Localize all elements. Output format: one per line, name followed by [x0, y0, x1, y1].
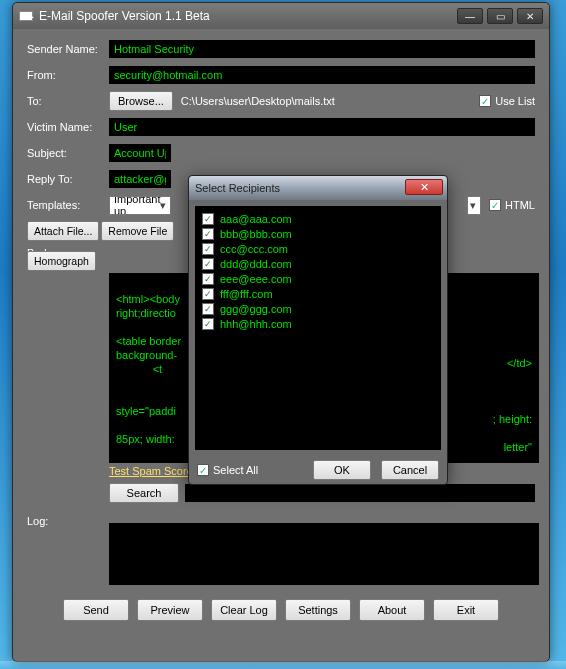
- list-item[interactable]: ✓bbb@bbb.com: [202, 226, 434, 241]
- secondary-dropdown[interactable]: [467, 196, 481, 215]
- from-input[interactable]: [109, 66, 535, 84]
- checkmark-icon: ✓: [202, 228, 214, 240]
- search-button[interactable]: Search: [109, 483, 179, 503]
- select-all-label: Select All: [213, 464, 258, 476]
- bottom-toolbar: Send Preview Clear Log Settings About Ex…: [27, 599, 535, 621]
- list-item[interactable]: ✓ddd@ddd.com: [202, 256, 434, 271]
- preview-button[interactable]: Preview: [137, 599, 203, 621]
- list-item[interactable]: ✓ggg@ggg.com: [202, 301, 434, 316]
- checkmark-icon: ✓: [202, 243, 214, 255]
- homograph-button[interactable]: Homograph: [27, 251, 96, 271]
- checkmark-icon: ✓: [202, 288, 214, 300]
- window-title: E-Mail Spoofer Version 1.1 Beta: [39, 9, 457, 23]
- label-templates: Templates:: [27, 199, 109, 211]
- window-controls: — ▭ ✕: [457, 8, 543, 24]
- select-recipients-dialog: Select Recipients ✕ ✓aaa@aaa.com ✓bbb@bb…: [188, 175, 448, 485]
- label-reply-to: Reply To:: [27, 173, 109, 185]
- exit-button[interactable]: Exit: [433, 599, 499, 621]
- list-item[interactable]: ✓ccc@ccc.com: [202, 241, 434, 256]
- checkmark-icon: ✓: [202, 303, 214, 315]
- close-button[interactable]: ✕: [517, 8, 543, 24]
- attach-file-button[interactable]: Attach File...: [27, 221, 99, 241]
- label-from: From:: [27, 69, 109, 81]
- dialog-footer: ✓ Select All OK Cancel: [189, 456, 447, 484]
- checkmark-icon: ✓: [202, 273, 214, 285]
- label-sender-name: Sender Name:: [27, 43, 109, 55]
- label-to: To:: [27, 95, 109, 107]
- html-label: HTML: [505, 199, 535, 211]
- use-list-checkbox[interactable]: ✓ Use List: [479, 95, 535, 107]
- checkmark-icon: ✓: [202, 213, 214, 225]
- templates-dropdown[interactable]: Important up: [109, 196, 171, 215]
- reply-to-input[interactable]: [109, 170, 171, 188]
- victim-name-input[interactable]: [109, 118, 535, 136]
- list-item[interactable]: ✓eee@eee.com: [202, 271, 434, 286]
- envelope-icon: [19, 11, 33, 21]
- templates-selected: Important up: [114, 196, 166, 215]
- to-path: C:\Users\user\Desktop\mails.txt: [181, 95, 335, 107]
- search-input[interactable]: [185, 484, 535, 502]
- label-subject: Subject:: [27, 147, 109, 159]
- cancel-button[interactable]: Cancel: [381, 460, 439, 480]
- sender-name-input[interactable]: [109, 40, 535, 58]
- select-all-checkbox[interactable]: ✓ Select All: [197, 464, 258, 476]
- minimize-button[interactable]: —: [457, 8, 483, 24]
- label-victim-name: Victim Name:: [27, 121, 109, 133]
- checkmark-icon: ✓: [202, 318, 214, 330]
- checkmark-icon: ✓: [489, 199, 501, 211]
- clear-log-button[interactable]: Clear Log: [211, 599, 277, 621]
- label-log: Log:: [27, 515, 109, 527]
- remove-file-button[interactable]: Remove File: [101, 221, 174, 241]
- list-item[interactable]: ✓hhh@hhh.com: [202, 316, 434, 331]
- html-checkbox[interactable]: ✓ HTML: [489, 199, 535, 211]
- test-spam-score-link[interactable]: Test Spam Score: [109, 465, 193, 477]
- checkmark-icon: ✓: [202, 258, 214, 270]
- list-item[interactable]: ✓fff@fff.com: [202, 286, 434, 301]
- checkmark-icon: ✓: [197, 464, 209, 476]
- subject-input[interactable]: [109, 144, 171, 162]
- log-textarea[interactable]: [109, 523, 539, 585]
- dialog-titlebar[interactable]: Select Recipients ✕: [189, 176, 447, 200]
- browse-button[interactable]: Browse...: [109, 91, 173, 111]
- maximize-button[interactable]: ▭: [487, 8, 513, 24]
- recipients-list[interactable]: ✓aaa@aaa.com ✓bbb@bbb.com ✓ccc@ccc.com ✓…: [195, 206, 441, 450]
- list-item[interactable]: ✓aaa@aaa.com: [202, 211, 434, 226]
- send-button[interactable]: Send: [63, 599, 129, 621]
- checkmark-icon: ✓: [479, 95, 491, 107]
- dialog-title: Select Recipients: [195, 182, 280, 194]
- use-list-label: Use List: [495, 95, 535, 107]
- settings-button[interactable]: Settings: [285, 599, 351, 621]
- taskbar: [0, 661, 566, 669]
- about-button[interactable]: About: [359, 599, 425, 621]
- ok-button[interactable]: OK: [313, 460, 371, 480]
- titlebar[interactable]: E-Mail Spoofer Version 1.1 Beta — ▭ ✕: [13, 3, 549, 29]
- dialog-close-button[interactable]: ✕: [405, 179, 443, 195]
